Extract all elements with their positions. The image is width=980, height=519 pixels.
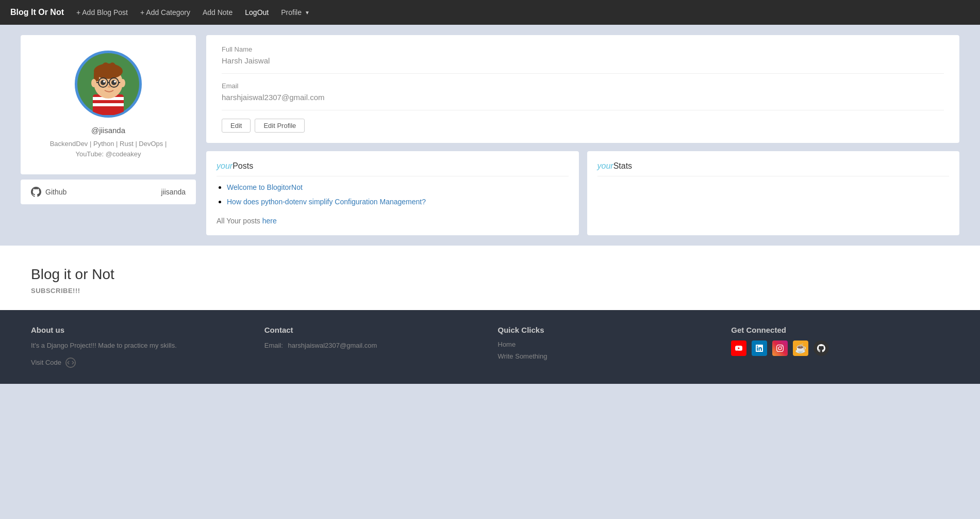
info-card: Full Name Harsh Jaiswal Email harshjaisw…	[206, 35, 959, 143]
list-item: How does python-dotenv simplify Configur…	[227, 197, 569, 206]
logout-link[interactable]: LogOut	[245, 8, 269, 17]
svg-point-8	[102, 62, 110, 73]
svg-point-18	[114, 80, 116, 83]
footer-contact: Contact Email: harshjaiswal2307@gmail.co…	[264, 326, 483, 368]
bio-line1: BackendDev | Python | Rust | DevOps |	[50, 139, 167, 149]
full-name-row: Full Name Harsh Jaiswal	[222, 45, 944, 74]
edit-profile-button[interactable]: Edit Profile	[255, 119, 305, 133]
svg-point-19	[108, 86, 111, 88]
posts-suffix: Posts	[232, 161, 253, 170]
quick-clicks-title: Quick Clicks	[498, 326, 716, 334]
code-icon	[65, 358, 76, 368]
email-row: Email harshjaiswal2307@gmail.com	[222, 82, 944, 110]
svg-point-9	[109, 62, 116, 72]
footer-get-connected: Get Connected ☕	[731, 326, 949, 368]
svg-point-20	[91, 79, 96, 87]
github-username: jiisanda	[161, 188, 186, 196]
avatar-image	[77, 53, 139, 115]
svg-point-15	[101, 80, 106, 85]
navbar: Blog It Or Not + Add Blog Post + Add Cat…	[0, 0, 980, 25]
about-text: It's a Django Project!!! Made to practic…	[31, 340, 249, 351]
edit-button[interactable]: Edit	[222, 119, 251, 133]
add-note-link[interactable]: Add Note	[203, 8, 232, 17]
post-link-1[interactable]: Welcome to BlogitorNot	[227, 183, 303, 191]
svg-rect-3	[93, 103, 124, 106]
avatar	[75, 51, 142, 118]
stats-suffix: Stats	[613, 161, 632, 170]
github-label: Github	[45, 188, 67, 196]
email-value: harshjaiswal2307@gmail.com	[222, 93, 944, 102]
beer-icon[interactable]: ☕	[793, 340, 808, 356]
username: @jiisanda	[91, 126, 125, 135]
all-posts-text: All Your posts here	[217, 217, 569, 225]
svg-point-17	[103, 80, 105, 83]
your-prefix: your	[217, 161, 232, 170]
main-content: @jiisanda BackendDev | Python | Rust | D…	[0, 25, 980, 246]
github-left: Github	[31, 187, 67, 197]
footer-brand: Blog it or Not	[31, 266, 949, 283]
add-blog-post-link[interactable]: + Add Blog Post	[76, 8, 128, 17]
github-icon	[31, 187, 41, 197]
posts-list: Welcome to BlogitorNot How does python-d…	[217, 183, 569, 206]
contact-title: Contact	[264, 326, 483, 334]
visit-code-label[interactable]: Visit Code	[31, 358, 61, 368]
get-connected-title: Get Connected	[731, 326, 949, 334]
social-icons: ☕	[731, 340, 949, 356]
add-category-link[interactable]: + Add Category	[140, 8, 190, 17]
instagram-icon[interactable]	[772, 340, 788, 356]
your-stats-prefix: your	[597, 161, 613, 170]
posts-card: yourPosts Welcome to BlogitorNot How doe…	[206, 151, 579, 235]
profile-dropdown[interactable]: Profile ▼	[281, 8, 310, 17]
about-title: About us	[31, 326, 249, 334]
bio-line2: YouTube: @codeakey	[75, 149, 141, 159]
footer-about: About us It's a Django Project!!! Made t…	[31, 326, 249, 368]
email-label: Email	[222, 82, 944, 90]
full-name-value: Harsh Jaiswal	[222, 56, 944, 65]
footer-subscribe: SUBSCRIBE!!!	[31, 287, 949, 295]
profile-label: Profile	[281, 8, 302, 17]
chevron-down-icon: ▼	[305, 10, 310, 15]
full-name-label: Full Name	[222, 45, 944, 53]
github-social-icon[interactable]	[813, 340, 829, 356]
profile-card: @jiisanda BackendDev | Python | Rust | D…	[21, 35, 196, 174]
footer-top: Blog it or Not SUBSCRIBE!!!	[0, 246, 980, 310]
svg-point-16	[111, 80, 117, 85]
youtube-icon[interactable]	[731, 340, 746, 356]
stats-card-title: yourStats	[597, 161, 950, 176]
all-posts-here-link[interactable]: here	[262, 217, 277, 225]
btn-row: Edit Edit Profile	[222, 119, 944, 133]
contact-email: Email: harshjaiswal2307@gmail.com	[264, 340, 483, 351]
navbar-brand[interactable]: Blog It Or Not	[10, 8, 64, 17]
footer-quick-clicks: Quick Clicks Home Write Something	[498, 326, 716, 368]
github-card: Github jiisanda	[21, 180, 196, 204]
svg-point-21	[120, 79, 125, 87]
stats-card: yourStats	[587, 151, 960, 235]
list-item: Welcome to BlogitorNot	[227, 183, 569, 192]
quick-link-home[interactable]: Home	[498, 340, 716, 348]
right-panel: Full Name Harsh Jaiswal Email harshjaisw…	[206, 35, 959, 235]
left-panel: @jiisanda BackendDev | Python | Rust | D…	[21, 35, 196, 204]
linkedin-icon[interactable]	[752, 340, 767, 356]
quick-link-write[interactable]: Write Something	[498, 352, 716, 360]
footer-bottom: About us It's a Django Project!!! Made t…	[0, 310, 980, 384]
cards-row: yourPosts Welcome to BlogitorNot How doe…	[206, 151, 959, 235]
posts-card-title: yourPosts	[217, 161, 569, 176]
post-link-2[interactable]: How does python-dotenv simplify Configur…	[227, 198, 426, 206]
